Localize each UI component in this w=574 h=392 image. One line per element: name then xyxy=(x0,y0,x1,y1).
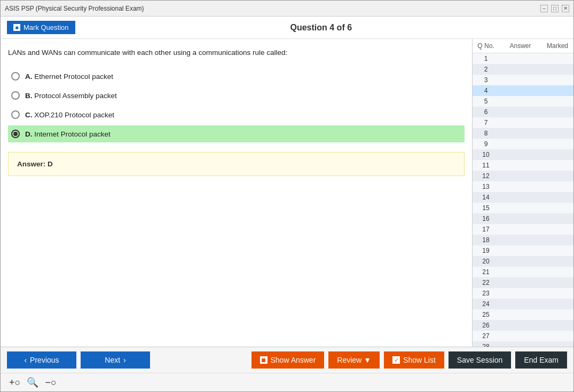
answer-box: Answer: D xyxy=(8,152,465,176)
zoom-in-button[interactable]: +○ xyxy=(7,376,22,389)
sidebar-row[interactable]: 12 xyxy=(473,171,573,181)
review-dropdown-icon: ▼ xyxy=(364,356,371,364)
sidebar-question-list[interactable]: 1234567891011121314151617181920212223242… xyxy=(473,53,573,347)
sidebar-row-qno: 8 xyxy=(473,129,499,138)
sidebar-row[interactable]: 16 xyxy=(473,213,573,224)
sidebar-row-answer xyxy=(499,321,541,330)
sidebar-row-answer xyxy=(499,54,541,63)
sidebar-row-marked xyxy=(541,65,573,74)
sidebar-row-marked xyxy=(541,225,573,234)
sidebar-row-answer xyxy=(499,331,541,341)
sidebar-row[interactable]: 2 xyxy=(473,64,573,75)
sidebar-row[interactable]: 13 xyxy=(473,181,573,192)
sidebar-row[interactable]: 17 xyxy=(473,224,573,235)
sidebar-row-marked xyxy=(541,193,573,202)
sidebar-row[interactable]: 14 xyxy=(473,192,573,203)
sidebar-row[interactable]: 8 xyxy=(473,128,573,139)
close-button[interactable]: ✕ xyxy=(562,5,569,12)
mark-question-label: Mark Question xyxy=(23,23,69,31)
content-area: ■ Mark Question Question 4 of 6 LANs and… xyxy=(1,17,573,391)
review-button[interactable]: Review ▼ xyxy=(328,351,380,369)
option-b-row[interactable]: B. Protocol Assembly packet xyxy=(8,87,465,104)
sidebar-row-answer xyxy=(499,97,541,106)
option-c-row[interactable]: C. XOP.210 Protocol packet xyxy=(8,106,465,123)
sidebar-row-qno: 5 xyxy=(473,97,499,106)
show-answer-label: Show Answer xyxy=(271,356,316,364)
sidebar-row[interactable]: 9 xyxy=(473,139,573,149)
sidebar-row[interactable]: 24 xyxy=(473,299,573,309)
zoom-bar: +○ 🔍 −○ xyxy=(1,373,573,391)
previous-chevron-icon: ‹ xyxy=(24,356,27,364)
mark-question-button[interactable]: ■ Mark Question xyxy=(7,21,75,34)
sidebar-row[interactable]: 4 xyxy=(473,85,573,96)
sidebar-row-qno: 19 xyxy=(473,246,499,255)
sidebar-row[interactable]: 10 xyxy=(473,149,573,160)
previous-button[interactable]: ‹ Previous xyxy=(7,351,76,369)
sidebar-row-answer xyxy=(499,310,541,319)
sidebar-row[interactable]: 18 xyxy=(473,235,573,245)
option-b-radio[interactable] xyxy=(11,91,20,100)
sidebar-row-answer xyxy=(499,75,541,85)
zoom-reset-button[interactable]: 🔍 xyxy=(25,375,41,389)
sidebar-row-marked xyxy=(541,150,573,159)
sidebar-row-marked xyxy=(541,257,573,266)
show-list-button[interactable]: ✓ Show List xyxy=(384,351,444,369)
option-a-row[interactable]: A. Ethernet Protocol packet xyxy=(8,68,465,85)
sidebar-row[interactable]: 1 xyxy=(473,53,573,64)
options-list: A. Ethernet Protocol packet B. Protocol … xyxy=(8,68,465,142)
sidebar-row[interactable]: 3 xyxy=(473,75,573,85)
next-button[interactable]: Next › xyxy=(81,351,150,369)
option-d-radio[interactable] xyxy=(11,130,20,138)
sidebar-row[interactable]: 22 xyxy=(473,277,573,288)
sidebar-row-marked xyxy=(541,161,573,170)
sidebar-row-qno: 17 xyxy=(473,225,499,234)
sidebar-row-marked xyxy=(541,129,573,138)
save-session-label: Save Session xyxy=(457,356,503,364)
sidebar-row[interactable]: 19 xyxy=(473,245,573,256)
title-bar: ASIS PSP (Physical Security Professional… xyxy=(1,1,573,17)
zoom-out-button[interactable]: −○ xyxy=(43,376,58,389)
window-title: ASIS PSP (Physical Security Professional… xyxy=(5,5,144,12)
sidebar-row-answer xyxy=(499,182,541,191)
sidebar-row-answer xyxy=(499,171,541,181)
sidebar-row[interactable]: 25 xyxy=(473,309,573,320)
sidebar-row-qno: 7 xyxy=(473,118,499,127)
sidebar-row[interactable]: 21 xyxy=(473,267,573,277)
sidebar-row-answer xyxy=(499,129,541,138)
sidebar-row[interactable]: 20 xyxy=(473,256,573,267)
sidebar-row-qno: 26 xyxy=(473,321,499,330)
option-a-radio[interactable] xyxy=(11,72,20,81)
sidebar-row[interactable]: 28 xyxy=(473,341,573,347)
maximize-button[interactable]: □ xyxy=(551,5,559,12)
minimize-button[interactable]: – xyxy=(540,5,548,12)
sidebar-row-qno: 25 xyxy=(473,310,499,319)
sidebar-row-marked xyxy=(541,310,573,319)
sidebar-row[interactable]: 15 xyxy=(473,203,573,213)
show-answer-button[interactable]: ■ Show Answer xyxy=(251,351,325,369)
previous-label: Previous xyxy=(30,356,59,364)
sidebar-row-qno: 15 xyxy=(473,203,499,213)
sidebar-row-marked xyxy=(541,321,573,330)
option-c-radio[interactable] xyxy=(11,110,20,119)
sidebar-row-answer xyxy=(499,246,541,255)
sidebar-row[interactable]: 11 xyxy=(473,160,573,171)
next-label: Next xyxy=(105,356,120,364)
end-exam-button[interactable]: End Exam xyxy=(515,351,567,369)
show-list-label: Show List xyxy=(403,356,436,364)
sidebar-row-qno: 2 xyxy=(473,65,499,74)
save-session-button[interactable]: Save Session xyxy=(449,351,512,369)
sidebar-row[interactable]: 27 xyxy=(473,331,573,341)
sidebar-row[interactable]: 5 xyxy=(473,96,573,107)
sidebar-row-qno: 3 xyxy=(473,75,499,85)
question-list-sidebar: Q No. Answer Marked 12345678910111213141… xyxy=(472,39,573,347)
sidebar-row-marked xyxy=(541,342,573,347)
sidebar-row[interactable]: 23 xyxy=(473,288,573,299)
sidebar-row-marked xyxy=(541,97,573,106)
sidebar-row-qno: 10 xyxy=(473,150,499,159)
sidebar-row[interactable]: 7 xyxy=(473,117,573,128)
sidebar-row[interactable]: 6 xyxy=(473,107,573,117)
option-d-row[interactable]: D. Internet Protocol packet xyxy=(8,125,465,142)
sidebar-row[interactable]: 26 xyxy=(473,320,573,331)
sidebar-row-marked xyxy=(541,171,573,181)
sidebar-row-qno: 6 xyxy=(473,107,499,117)
